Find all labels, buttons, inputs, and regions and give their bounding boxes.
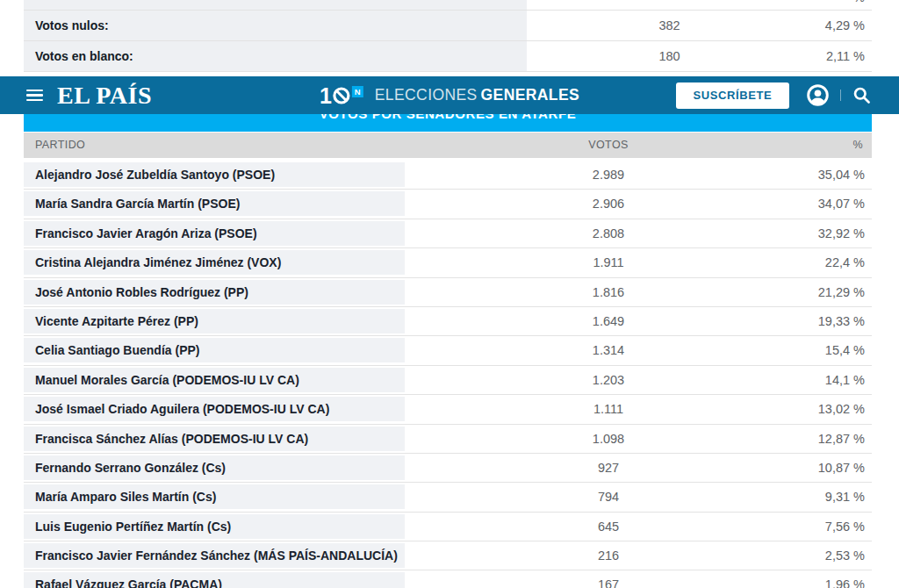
summary-pct-value: 4,29 % bbox=[812, 11, 872, 40]
pct-value: 2,53 % bbox=[812, 543, 872, 568]
table-row: María Sandra García Martín (PSOE)2.90634… bbox=[24, 191, 872, 220]
column-header-pct: % bbox=[812, 133, 872, 158]
subscribe-button[interactable]: SUSCRÍBETE bbox=[676, 82, 789, 109]
votes-value: 1.111 bbox=[405, 397, 812, 421]
votes-value: 1.314 bbox=[405, 338, 812, 362]
table-row: Cristina Alejandra Jiménez Jiménez (VOX)… bbox=[24, 250, 872, 279]
candidate-name: Rafael Vázquez García (PACMA) bbox=[24, 572, 405, 588]
votes-value: 1.203 bbox=[405, 368, 812, 392]
votes-value: 645 bbox=[405, 514, 812, 539]
votes-value: 1.649 bbox=[405, 309, 812, 333]
row-divider bbox=[24, 453, 872, 454]
clipped-row-label-cell bbox=[24, 0, 527, 11]
elpais-logo[interactable]: EL PAÍS bbox=[57, 83, 152, 108]
summary-votes-value: 382 bbox=[527, 11, 812, 40]
pct-value: 1,96 % bbox=[812, 572, 872, 588]
pct-value: 14,1 % bbox=[812, 368, 872, 392]
votes-value: 794 bbox=[405, 484, 812, 509]
logo-digit-one: 1 bbox=[320, 86, 331, 105]
search-icon bbox=[852, 85, 872, 105]
candidate-name: Francisco Javier Aragón Ariza (PSOE) bbox=[24, 221, 405, 246]
pct-value: 10,87 % bbox=[812, 455, 872, 480]
elections-header-link[interactable]: 1 N ELECCIONESGENERALES bbox=[320, 76, 579, 114]
hamburger-menu-icon[interactable] bbox=[26, 90, 43, 101]
row-divider bbox=[24, 541, 872, 541]
section-title-bold: GENERALES bbox=[481, 86, 580, 104]
row-divider bbox=[24, 512, 872, 513]
table-row: José Ismael Criado Aguilera (PODEMOS-IU … bbox=[24, 397, 872, 426]
table-row: Manuel Morales García (PODEMOS-IU LV CA)… bbox=[24, 368, 872, 397]
votes-value: 216 bbox=[405, 543, 812, 568]
votes-value: 1.911 bbox=[405, 250, 812, 275]
candidate-name: Fernando Serrano González (Cs) bbox=[24, 455, 405, 480]
row-divider bbox=[24, 424, 872, 425]
results-table-header: PARTIDO VOTOS % bbox=[24, 133, 872, 158]
table-row: Alejandro José Zubeldía Santoyo (PSOE)2.… bbox=[24, 162, 872, 191]
table-row: Celia Santiago Buendía (PP)1.31415,4 % bbox=[24, 338, 872, 367]
table-row: Francisca Sánchez Alías (PODEMOS-IU LV C… bbox=[24, 427, 872, 455]
search-button[interactable] bbox=[852, 85, 872, 105]
votes-value: 2.906 bbox=[405, 191, 812, 216]
header-divider bbox=[840, 90, 841, 101]
table-row: Fernando Serrano González (Cs)92710,87 % bbox=[24, 455, 872, 484]
table-row: Francisco Javier Aragón Ariza (PSOE)2.80… bbox=[24, 221, 872, 250]
section-banner: VOTOS POR SENADORES EN ATARFE bbox=[24, 114, 872, 132]
candidate-name: Cristina Alejandra Jiménez Jiménez (VOX) bbox=[24, 250, 405, 275]
row-divider bbox=[24, 570, 872, 570]
table-row: Francisco Javier Fernández Sánchez (MÁS … bbox=[24, 543, 872, 572]
pct-value: 7,56 % bbox=[812, 514, 872, 539]
pct-value: 9,31 % bbox=[812, 484, 872, 509]
profile-button[interactable] bbox=[806, 83, 830, 107]
candidate-name: Francisca Sánchez Alías (PODEMOS-IU LV C… bbox=[24, 427, 405, 451]
section-title-light: ELECCIONES bbox=[375, 86, 478, 104]
pct-value: 35,04 % bbox=[812, 162, 872, 187]
slashed-zero-icon bbox=[332, 86, 351, 105]
votes-value: 927 bbox=[405, 455, 812, 480]
table-row: Luis Eugenio Pertíñez Martín (Cs)6457,56… bbox=[24, 514, 872, 543]
candidate-name: María Amparo Siles Martín (Cs) bbox=[24, 484, 405, 509]
row-divider bbox=[24, 306, 872, 307]
table-row: Vicente Azpitarte Pérez (PP)1.64919,33 % bbox=[24, 309, 872, 338]
pct-value: 34,07 % bbox=[812, 191, 872, 216]
row-divider bbox=[24, 394, 872, 395]
candidate-name: Celia Santiago Buendía (PP) bbox=[24, 338, 405, 362]
summary-pct-value: 2,11 % bbox=[812, 41, 872, 71]
10n-logo-icon: 1 N bbox=[320, 86, 363, 105]
row-divider bbox=[24, 335, 872, 336]
table-row: María Amparo Siles Martín (Cs)7949,31 % bbox=[24, 484, 872, 513]
row-divider bbox=[24, 277, 872, 278]
summary-table: % Votos nulos:3824,29 %Votos en blanco:1… bbox=[24, 0, 872, 72]
votes-value: 167 bbox=[405, 572, 812, 588]
profile-icon bbox=[806, 83, 830, 107]
votes-value: 1.816 bbox=[405, 280, 812, 305]
row-divider bbox=[24, 189, 872, 190]
pct-value: 21,29 % bbox=[812, 280, 872, 305]
candidate-name: Alejandro José Zubeldía Santoyo (PSOE) bbox=[24, 162, 405, 187]
column-header-votos: VOTOS bbox=[405, 133, 812, 158]
votes-value: 2.808 bbox=[405, 221, 812, 246]
candidate-name: Vicente Azpitarte Pérez (PP) bbox=[24, 309, 405, 333]
votes-value: 2.989 bbox=[405, 162, 812, 187]
candidate-name: José Antonio Robles Rodríguez (PP) bbox=[24, 280, 405, 305]
pct-value: 22,4 % bbox=[812, 250, 872, 275]
summary-label: Votos en blanco: bbox=[24, 41, 527, 71]
pct-value: 12,87 % bbox=[812, 427, 872, 451]
clipped-row-fragment: % bbox=[853, 0, 865, 4]
summary-row: Votos nulos:3824,29 % bbox=[24, 11, 872, 41]
table-row: José Antonio Robles Rodríguez (PP)1.8162… bbox=[24, 280, 872, 309]
candidate-name: Francisco Javier Fernández Sánchez (MÁS … bbox=[24, 543, 405, 568]
candidate-name: Manuel Morales García (PODEMOS-IU LV CA) bbox=[24, 368, 405, 392]
logo-n-badge: N bbox=[352, 86, 363, 97]
row-divider bbox=[24, 247, 872, 248]
row-divider bbox=[24, 219, 872, 219]
column-header-partido: PARTIDO bbox=[24, 133, 405, 158]
summary-votes-value: 180 bbox=[527, 41, 812, 71]
banner-title: VOTOS POR SENADORES EN ATARFE bbox=[24, 114, 872, 121]
votes-value: 1.098 bbox=[405, 427, 812, 451]
table-row: Rafael Vázquez García (PACMA)1671,96 % bbox=[24, 572, 872, 588]
candidate-name: Luis Eugenio Pertíñez Martín (Cs) bbox=[24, 514, 405, 539]
masthead: EL PAÍS 1 N ELECCIONESGENERALES SUSCRÍBE… bbox=[0, 76, 899, 114]
pct-value: 15,4 % bbox=[812, 338, 872, 362]
pct-value: 32,92 % bbox=[812, 221, 872, 246]
row-divider bbox=[24, 365, 872, 366]
